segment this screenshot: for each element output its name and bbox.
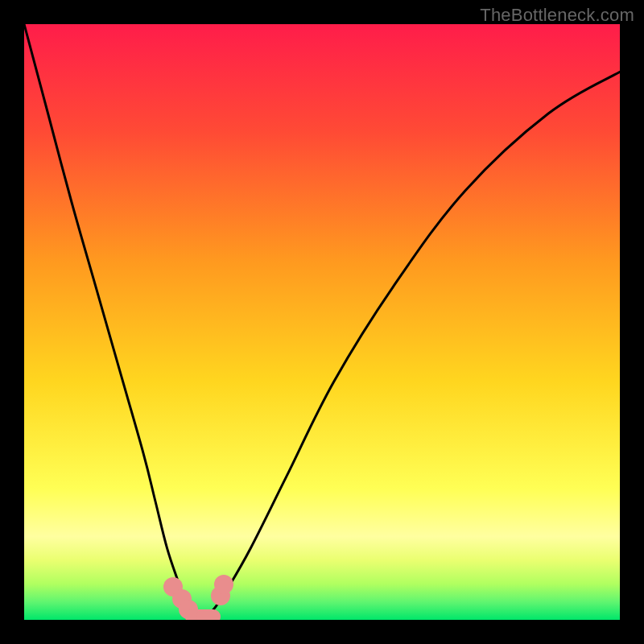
marker-dot	[214, 575, 233, 594]
plot-area	[24, 24, 620, 620]
chart-svg	[24, 24, 620, 620]
gradient-background	[24, 24, 620, 620]
marker-dot	[196, 609, 221, 620]
chart-frame: TheBottleneck.com	[0, 0, 644, 644]
watermark-text: TheBottleneck.com	[480, 5, 634, 26]
